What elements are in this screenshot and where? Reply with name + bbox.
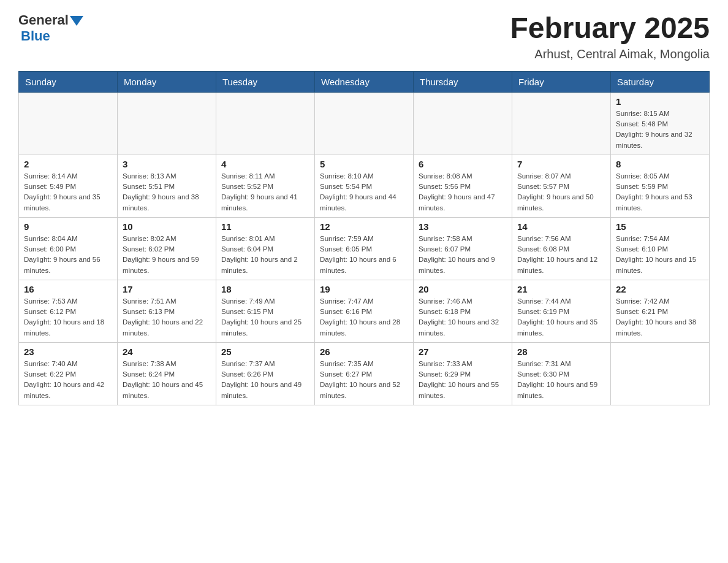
calendar-cell: 7Sunrise: 8:07 AM Sunset: 5:57 PM Daylig… <box>512 155 611 217</box>
calendar-week-row: 16Sunrise: 7:53 AM Sunset: 6:12 PM Dayli… <box>19 280 710 342</box>
day-number: 5 <box>320 159 408 169</box>
calendar-cell: 19Sunrise: 7:47 AM Sunset: 6:16 PM Dayli… <box>315 280 414 342</box>
day-number: 11 <box>221 221 309 232</box>
calendar-week-row: 2Sunrise: 8:14 AM Sunset: 5:49 PM Daylig… <box>19 155 710 217</box>
calendar-cell: 14Sunrise: 7:56 AM Sunset: 6:08 PM Dayli… <box>512 217 611 280</box>
column-header-monday: Monday <box>118 71 216 92</box>
calendar-cell: 6Sunrise: 8:08 AM Sunset: 5:56 PM Daylig… <box>414 155 512 217</box>
calendar-cell: 5Sunrise: 8:10 AM Sunset: 5:54 PM Daylig… <box>315 155 414 217</box>
calendar-cell: 13Sunrise: 7:58 AM Sunset: 6:07 PM Dayli… <box>414 217 512 280</box>
day-number: 7 <box>517 159 605 169</box>
calendar-cell <box>512 92 611 155</box>
day-number: 6 <box>419 159 507 169</box>
day-info: Sunrise: 7:58 AM Sunset: 6:07 PM Dayligh… <box>419 234 507 276</box>
day-info: Sunrise: 8:14 AM Sunset: 5:49 PM Dayligh… <box>24 171 112 213</box>
day-info: Sunrise: 7:59 AM Sunset: 6:05 PM Dayligh… <box>320 234 408 276</box>
day-info: Sunrise: 7:38 AM Sunset: 6:24 PM Dayligh… <box>123 359 211 401</box>
day-info: Sunrise: 7:37 AM Sunset: 6:26 PM Dayligh… <box>221 359 309 401</box>
calendar-cell: 20Sunrise: 7:46 AM Sunset: 6:18 PM Dayli… <box>414 280 512 342</box>
logo-arrow-icon <box>70 16 83 26</box>
calendar-cell: 11Sunrise: 8:01 AM Sunset: 6:04 PM Dayli… <box>216 217 315 280</box>
day-info: Sunrise: 7:47 AM Sunset: 6:16 PM Dayligh… <box>320 296 408 339</box>
calendar-cell: 17Sunrise: 7:51 AM Sunset: 6:13 PM Dayli… <box>118 280 216 342</box>
day-info: Sunrise: 8:02 AM Sunset: 6:02 PM Dayligh… <box>123 234 211 276</box>
day-info: Sunrise: 7:35 AM Sunset: 6:27 PM Dayligh… <box>320 359 408 401</box>
calendar-cell: 21Sunrise: 7:44 AM Sunset: 6:19 PM Dayli… <box>512 280 611 342</box>
day-info: Sunrise: 8:15 AM Sunset: 5:48 PM Dayligh… <box>616 109 704 151</box>
day-number: 15 <box>616 221 704 232</box>
day-info: Sunrise: 8:05 AM Sunset: 5:59 PM Dayligh… <box>616 171 704 213</box>
day-number: 20 <box>419 284 507 294</box>
logo-general-text: General <box>18 12 69 28</box>
day-number: 9 <box>24 221 112 232</box>
calendar-cell: 25Sunrise: 7:37 AM Sunset: 6:26 PM Dayli… <box>216 342 315 405</box>
calendar-week-row: 1Sunrise: 8:15 AM Sunset: 5:48 PM Daylig… <box>19 92 710 155</box>
column-header-wednesday: Wednesday <box>315 71 414 92</box>
calendar-cell: 26Sunrise: 7:35 AM Sunset: 6:27 PM Dayli… <box>315 342 414 405</box>
calendar-cell: 23Sunrise: 7:40 AM Sunset: 6:22 PM Dayli… <box>19 342 118 405</box>
day-info: Sunrise: 8:04 AM Sunset: 6:00 PM Dayligh… <box>24 234 112 276</box>
calendar-cell: 2Sunrise: 8:14 AM Sunset: 5:49 PM Daylig… <box>19 155 118 217</box>
calendar-cell <box>315 92 414 155</box>
calendar-cell: 10Sunrise: 8:02 AM Sunset: 6:02 PM Dayli… <box>118 217 216 280</box>
day-number: 21 <box>517 284 605 294</box>
day-number: 16 <box>24 284 112 294</box>
day-number: 25 <box>221 347 309 357</box>
day-info: Sunrise: 7:54 AM Sunset: 6:10 PM Dayligh… <box>616 234 704 276</box>
day-number: 28 <box>517 347 605 357</box>
day-info: Sunrise: 7:33 AM Sunset: 6:29 PM Dayligh… <box>419 359 507 401</box>
calendar-cell: 22Sunrise: 7:42 AM Sunset: 6:21 PM Dayli… <box>611 280 710 342</box>
day-number: 13 <box>419 221 507 232</box>
page-header: General Blue February 2025 Arhust, Centr… <box>18 12 710 61</box>
day-number: 4 <box>221 159 309 169</box>
logo: General Blue <box>18 12 83 44</box>
column-header-saturday: Saturday <box>611 71 710 92</box>
calendar-table: SundayMondayTuesdayWednesdayThursdayFrid… <box>18 71 710 405</box>
day-number: 27 <box>419 347 507 357</box>
day-info: Sunrise: 7:49 AM Sunset: 6:15 PM Dayligh… <box>221 296 309 339</box>
title-area: February 2025 Arhust, Central Aimak, Mon… <box>510 12 710 61</box>
day-number: 23 <box>24 347 112 357</box>
day-number: 1 <box>616 96 704 107</box>
day-number: 8 <box>616 159 704 169</box>
day-info: Sunrise: 7:46 AM Sunset: 6:18 PM Dayligh… <box>419 296 507 339</box>
column-header-sunday: Sunday <box>19 71 118 92</box>
day-info: Sunrise: 7:44 AM Sunset: 6:19 PM Dayligh… <box>517 296 605 339</box>
day-number: 17 <box>123 284 211 294</box>
calendar-cell: 28Sunrise: 7:31 AM Sunset: 6:30 PM Dayli… <box>512 342 611 405</box>
calendar-cell: 18Sunrise: 7:49 AM Sunset: 6:15 PM Dayli… <box>216 280 315 342</box>
calendar-cell: 8Sunrise: 8:05 AM Sunset: 5:59 PM Daylig… <box>611 155 710 217</box>
calendar-header-row: SundayMondayTuesdayWednesdayThursdayFrid… <box>19 71 710 92</box>
page-subtitle: Arhust, Central Aimak, Mongolia <box>510 47 710 61</box>
column-header-friday: Friday <box>512 71 611 92</box>
calendar-cell: 15Sunrise: 7:54 AM Sunset: 6:10 PM Dayli… <box>611 217 710 280</box>
column-header-tuesday: Tuesday <box>216 71 315 92</box>
day-number: 18 <box>221 284 309 294</box>
calendar-cell: 24Sunrise: 7:38 AM Sunset: 6:24 PM Dayli… <box>118 342 216 405</box>
logo-blue-text: Blue <box>21 28 50 44</box>
day-info: Sunrise: 8:08 AM Sunset: 5:56 PM Dayligh… <box>419 171 507 213</box>
calendar-cell: 27Sunrise: 7:33 AM Sunset: 6:29 PM Dayli… <box>414 342 512 405</box>
calendar-cell: 4Sunrise: 8:11 AM Sunset: 5:52 PM Daylig… <box>216 155 315 217</box>
day-info: Sunrise: 7:42 AM Sunset: 6:21 PM Dayligh… <box>616 296 704 339</box>
day-info: Sunrise: 7:40 AM Sunset: 6:22 PM Dayligh… <box>24 359 112 401</box>
calendar-cell: 16Sunrise: 7:53 AM Sunset: 6:12 PM Dayli… <box>19 280 118 342</box>
day-info: Sunrise: 7:31 AM Sunset: 6:30 PM Dayligh… <box>517 359 605 401</box>
day-number: 14 <box>517 221 605 232</box>
calendar-cell: 9Sunrise: 8:04 AM Sunset: 6:00 PM Daylig… <box>19 217 118 280</box>
calendar-cell <box>118 92 216 155</box>
page-title: February 2025 <box>510 12 710 45</box>
day-number: 10 <box>123 221 211 232</box>
day-info: Sunrise: 7:53 AM Sunset: 6:12 PM Dayligh… <box>24 296 112 339</box>
day-info: Sunrise: 8:07 AM Sunset: 5:57 PM Dayligh… <box>517 171 605 213</box>
day-number: 2 <box>24 159 112 169</box>
calendar-week-row: 23Sunrise: 7:40 AM Sunset: 6:22 PM Dayli… <box>19 342 710 405</box>
day-info: Sunrise: 7:51 AM Sunset: 6:13 PM Dayligh… <box>123 296 211 339</box>
calendar-cell <box>19 92 118 155</box>
calendar-cell <box>216 92 315 155</box>
column-header-thursday: Thursday <box>414 71 512 92</box>
calendar-cell: 1Sunrise: 8:15 AM Sunset: 5:48 PM Daylig… <box>611 92 710 155</box>
day-info: Sunrise: 8:01 AM Sunset: 6:04 PM Dayligh… <box>221 234 309 276</box>
day-number: 24 <box>123 347 211 357</box>
calendar-week-row: 9Sunrise: 8:04 AM Sunset: 6:00 PM Daylig… <box>19 217 710 280</box>
